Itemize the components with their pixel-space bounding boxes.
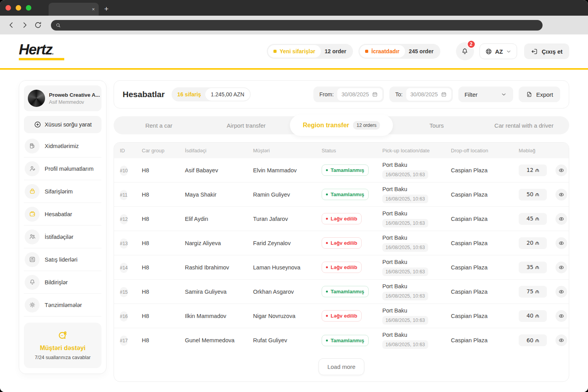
status-label: Tamamlanmış xyxy=(331,289,364,294)
create-request-button[interactable]: Xüsusi sorğu yarat xyxy=(24,116,101,133)
user-card[interactable]: Proweb Creative A... Asif Memmedov xyxy=(24,85,101,111)
sidebar-item-notifications[interactable]: Bildirişlər xyxy=(24,271,101,294)
row-id-badge: #17 xyxy=(120,336,128,346)
tab-airport-transfer[interactable]: Airport transfer xyxy=(203,122,290,129)
sidebar-item-label: İstifadəçilər xyxy=(45,234,73,240)
browser-titlebar: × + xyxy=(0,0,588,16)
hertz-logo[interactable]: Hertz. xyxy=(19,42,64,60)
sales-chart-icon xyxy=(29,256,36,263)
col-user: İsdifadəçi xyxy=(185,148,253,154)
app-header: Hertz. Yeni sifarişlər 12 order İcraatda… xyxy=(0,34,588,70)
pickup-datetime: 16/08/2025, 10:63 xyxy=(382,195,428,203)
view-order-button[interactable] xyxy=(555,237,567,249)
amount-badge: 20 ₼ xyxy=(519,237,547,249)
date-from-value: 30/08/2025 xyxy=(342,91,369,98)
row-id-badge: #11 xyxy=(120,190,127,200)
load-more-section: Load more xyxy=(114,352,569,381)
export-button[interactable]: Export xyxy=(519,87,560,102)
date-to-label: To: xyxy=(395,91,403,98)
filter-dropdown[interactable]: Filter xyxy=(458,87,513,102)
support-card[interactable]: Müştəri dəstəyi 7/24 suallarınıza cavabl… xyxy=(24,323,101,368)
chevron-down-icon xyxy=(506,49,512,54)
view-order-button[interactable] xyxy=(555,189,567,201)
date-from-field[interactable]: From: 30/08/2025 xyxy=(313,87,384,102)
sidebar-item-settings[interactable]: Tənzimləmələr xyxy=(24,294,101,316)
tab-region-transfer-label: Region transfer xyxy=(303,122,349,129)
filter-label: Filter xyxy=(465,91,478,98)
table-row: #15 H8 Samira Guliyeva Orkhan Asgarov Ta… xyxy=(114,280,569,304)
tab-close-icon[interactable]: × xyxy=(92,6,95,12)
view-order-button[interactable] xyxy=(555,262,567,273)
user-cell: Rashid Ibrahimov xyxy=(185,264,253,271)
table-header: ID Car group İsdifadəçi Müştəri Status P… xyxy=(114,143,569,158)
view-order-button[interactable] xyxy=(555,310,567,322)
tab-rent-a-car[interactable]: Rent a car xyxy=(115,122,203,129)
plus-circle-icon xyxy=(34,121,42,128)
sidebar-item-sales-leaders[interactable]: Satış liderləri xyxy=(24,248,101,271)
minimize-window-button[interactable] xyxy=(16,5,21,11)
sidebar-item-users[interactable]: İstifadəçilər xyxy=(24,226,101,248)
total-amount: 1.245,00 AZN xyxy=(205,88,250,101)
tab-region-transfer[interactable]: Region transfer 12 orders xyxy=(290,115,393,136)
eye-icon xyxy=(558,240,565,247)
back-icon[interactable] xyxy=(7,21,16,29)
status-badge: Tamamlanmış xyxy=(322,164,369,176)
forward-icon[interactable] xyxy=(20,21,29,29)
sidebar-item-services[interactable]: Xidmətlərimiz xyxy=(24,135,101,157)
in-progress-stat[interactable]: İcraatdadır 245 order xyxy=(358,44,440,59)
notifications-bell-icon xyxy=(29,278,36,286)
calendar-icon xyxy=(441,91,447,98)
load-more-button[interactable]: Load more xyxy=(318,358,365,375)
user-cell: Nargiz Aliyeva xyxy=(185,240,253,246)
orders-bag-icon xyxy=(29,188,36,195)
export-label: Export xyxy=(536,91,553,98)
page-title: Hesabatlar xyxy=(123,90,165,99)
sidebar: Proweb Creative A... Asif Memmedov Xüsus… xyxy=(19,80,107,374)
globe-icon xyxy=(485,48,492,55)
view-order-button[interactable] xyxy=(555,164,567,176)
col-id: ID xyxy=(120,148,142,154)
browser-toolbar xyxy=(0,16,588,34)
amount-badge: 35 ₼ xyxy=(519,262,547,273)
tab-car-rental-with-driver[interactable]: Car rental with a driver xyxy=(480,122,568,129)
view-order-button[interactable] xyxy=(555,213,567,225)
logout-button[interactable]: Çıxış et xyxy=(524,43,569,59)
pickup-datetime: 16/08/2025, 10:63 xyxy=(382,243,428,252)
support-subtitle: 7/24 suallarınıza cavablar xyxy=(28,355,98,360)
status-dot-icon xyxy=(326,218,328,220)
customer-cell: Ramin Guliyev xyxy=(253,191,322,198)
support-title: Müştəri dəstəyi xyxy=(28,345,98,352)
new-orders-stat[interactable]: Yeni sifarişlər 12 order xyxy=(267,44,353,59)
status-label: Tamamlanmış xyxy=(331,191,364,197)
customer-cell: Rufat Guliyev xyxy=(253,337,322,343)
browser-tab[interactable]: × xyxy=(49,3,99,16)
language-selector[interactable]: AZ xyxy=(479,43,517,59)
services-icon xyxy=(29,142,36,150)
sidebar-item-profile[interactable]: Profil məlumatlarım xyxy=(24,157,101,180)
status-badge: Ləğv edilib xyxy=(322,213,362,224)
col-customer: Müştəri xyxy=(253,148,322,154)
status-badge: Ləğv edilib xyxy=(322,262,362,273)
sidebar-item-reports[interactable]: Hesabatlar xyxy=(24,203,101,226)
dropoff-location: Caspian Plaza xyxy=(451,313,519,319)
date-to-field[interactable]: To: 30/08/2025 xyxy=(389,87,453,102)
car-group-cell: H8 xyxy=(142,216,185,222)
table-row: #13 H8 Nargiz Aliyeva Farid Zeynalov Ləğ… xyxy=(114,231,569,255)
col-dropoff: Drop-off location xyxy=(451,148,519,154)
new-orders-count: 12 order xyxy=(321,48,352,54)
col-pickup: Pick-up location/date xyxy=(382,148,451,154)
status-label: Tamamlanmış xyxy=(331,167,364,173)
view-order-button[interactable] xyxy=(555,334,567,346)
status-dot-icon xyxy=(326,242,328,244)
maximize-window-button[interactable] xyxy=(26,5,31,11)
new-tab-button[interactable]: + xyxy=(104,5,109,13)
reload-icon[interactable] xyxy=(34,21,42,29)
tab-tours[interactable]: Tours xyxy=(393,122,480,129)
address-bar[interactable] xyxy=(51,20,543,31)
eye-icon xyxy=(558,167,565,174)
table-row: #11 H8 Maya Shakir Ramin Guliyev Tamamla… xyxy=(114,182,569,207)
close-window-button[interactable] xyxy=(5,5,11,11)
sidebar-item-orders[interactable]: Sifarişlərim xyxy=(24,180,101,203)
notification-badge: 2 xyxy=(467,40,476,49)
view-order-button[interactable] xyxy=(555,286,567,298)
